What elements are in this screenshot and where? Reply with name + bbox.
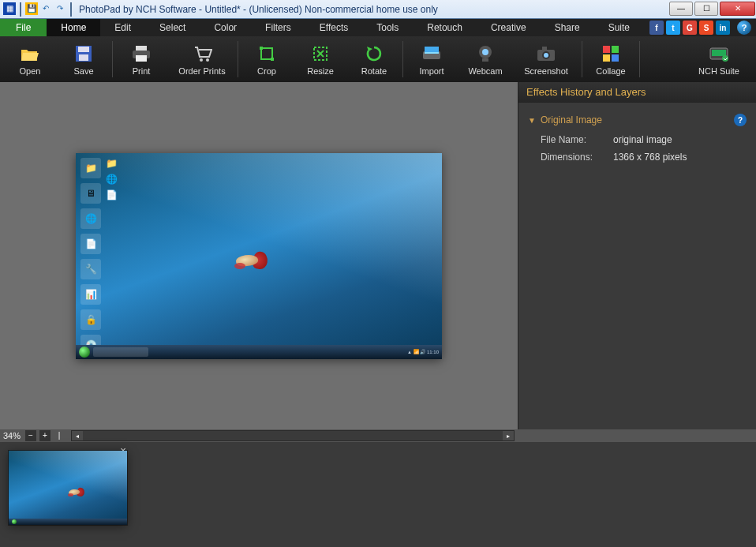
window-controls: — ☐ ✕ [668, 2, 756, 17]
crop-button[interactable]: Crop [240, 36, 294, 82]
menu-color[interactable]: Color [200, 19, 251, 36]
svg-point-16 [482, 49, 488, 55]
scroll-right-button[interactable]: ▸ [503, 431, 514, 440]
toolbar-separator [112, 41, 113, 77]
stumbleupon-icon[interactable]: S [699, 21, 713, 35]
suite-icon [709, 43, 729, 64]
import-button[interactable]: Import [405, 36, 458, 82]
open-image[interactable]: 📁🖥🌐📄🔧📊🔒💿 📁🌐📄 ▲ 📶 🔊 11:10 [76, 153, 442, 359]
dimensions-value: 1366 x 768 pixels [613, 152, 687, 163]
betta-fish [230, 252, 268, 271]
rotate-button[interactable]: Rotate [347, 36, 401, 82]
nch-suite-button[interactable]: NCH Suite [685, 36, 753, 82]
svg-rect-3 [136, 46, 147, 51]
open-folder-icon [20, 43, 40, 64]
app-icon: ▦ [3, 2, 16, 15]
svg-rect-8 [261, 48, 272, 59]
canvas-area[interactable]: 📁🖥🌐📄🔧📊🔒💿 📁🌐📄 ▲ 📶 🔊 11:10 [0, 82, 518, 429]
panel-body: ▼ Original Image ? File Name: original i… [518, 103, 756, 429]
scanner-icon [421, 43, 442, 64]
rotate-icon [364, 43, 384, 64]
crop-label: Crop [257, 66, 276, 76]
zoom-out-button[interactable]: − [25, 430, 36, 441]
webcam-icon [475, 43, 496, 64]
redo-icon[interactable]: ↷ [54, 2, 66, 15]
import-label: Import [419, 66, 443, 76]
zoom-sep: | [54, 430, 65, 441]
window-titlebar: ▦ 💾 ↶ ↷ PhotoPad by NCH Software - Untit… [0, 0, 756, 19]
open-button[interactable]: Open [3, 36, 57, 82]
menu-tools[interactable]: Tools [362, 19, 413, 36]
quick-access-icons: ▦ 💾 ↶ ↷ [0, 2, 77, 17]
collage-label: Collage [596, 66, 625, 76]
googleplus-icon[interactable]: G [683, 21, 697, 35]
minimize-button[interactable]: — [669, 2, 693, 16]
prop-dimensions: Dimensions: 1366 x 768 pixels [518, 148, 756, 166]
menu-creative[interactable]: Creative [477, 19, 541, 36]
menu-filters[interactable]: Filters [251, 19, 305, 36]
panel-title: Effects History and Layers [518, 82, 756, 103]
section-original-image[interactable]: ▼ Original Image ? [518, 109, 756, 131]
help-badge-icon[interactable]: ? [734, 114, 747, 126]
menu-bar: File Home Edit Select Color Filters Effe… [0, 19, 756, 36]
order-prints-button[interactable]: Order Prints [168, 36, 236, 82]
resize-icon [310, 43, 331, 64]
crop-icon [256, 43, 277, 64]
main-area: 📁🖥🌐📄🔧📊🔒💿 📁🌐📄 ▲ 📶 🔊 11:10 Effects History… [0, 82, 756, 429]
camera-icon [536, 43, 556, 64]
printer-icon [131, 43, 152, 64]
nch-label: NCH Suite [698, 66, 739, 76]
maximize-button[interactable]: ☐ [694, 2, 718, 16]
screenshot-button[interactable]: Screenshot [512, 36, 580, 82]
menu-suite[interactable]: Suite [594, 19, 644, 36]
horizontal-scrollbar[interactable]: ◂ ▸ [71, 430, 515, 441]
zoom-controls: 34% − + | ◂ ▸ [0, 430, 518, 441]
svg-rect-24 [603, 54, 610, 62]
svg-rect-23 [612, 46, 619, 53]
thumbnail-image [9, 451, 127, 525]
image-taskbar: ▲ 📶 🔊 11:10 [76, 345, 442, 359]
menu-file[interactable]: File [0, 19, 47, 36]
collage-icon [601, 43, 621, 64]
desktop-icons-column-2: 📁🌐📄 [106, 158, 118, 200]
filename-value: original image [613, 134, 672, 145]
zoom-in-button[interactable]: + [39, 430, 51, 441]
save-button[interactable]: Save [57, 36, 110, 82]
separator [20, 2, 21, 17]
save-quick-icon[interactable]: 💾 [25, 2, 38, 15]
thumbnail-strip: × [0, 442, 756, 547]
help-icon[interactable]: ? [737, 21, 751, 35]
webcam-button[interactable]: Webcam [458, 36, 512, 82]
filename-label: File Name: [541, 134, 607, 145]
scroll-left-button[interactable]: ◂ [72, 431, 83, 440]
close-button[interactable]: ✕ [720, 2, 755, 16]
menu-home[interactable]: Home [47, 19, 100, 36]
svg-rect-27 [712, 50, 726, 56]
menu-retouch[interactable]: Retouch [413, 19, 477, 36]
toolbar: Open Save Print Order Prints Crop Resize… [0, 36, 756, 82]
print-button[interactable]: Print [114, 36, 168, 82]
svg-rect-9 [260, 47, 263, 50]
twitter-icon[interactable]: t [666, 21, 680, 35]
menu-effects[interactable]: Effects [305, 19, 362, 36]
menu-edit[interactable]: Edit [100, 19, 145, 36]
svg-rect-22 [603, 46, 610, 53]
svg-rect-13 [425, 47, 439, 53]
svg-rect-5 [136, 55, 147, 62]
svg-rect-2 [79, 54, 88, 61]
menu-select[interactable]: Select [145, 19, 200, 36]
linkedin-icon[interactable]: in [716, 21, 730, 35]
resize-button[interactable]: Resize [294, 36, 347, 82]
collage-button[interactable]: Collage [584, 36, 638, 82]
undo-icon[interactable]: ↶ [39, 2, 52, 15]
thumbnail-item[interactable]: × [8, 450, 128, 526]
svg-rect-10 [271, 58, 274, 61]
svg-point-6 [200, 58, 203, 62]
svg-rect-25 [612, 54, 619, 62]
save-label: Save [73, 66, 93, 76]
status-bar: 34% − + | ◂ ▸ [0, 429, 756, 442]
svg-point-28 [722, 55, 728, 62]
facebook-icon[interactable]: f [649, 21, 664, 35]
menu-share[interactable]: Share [541, 19, 594, 36]
save-disk-icon [73, 43, 94, 64]
